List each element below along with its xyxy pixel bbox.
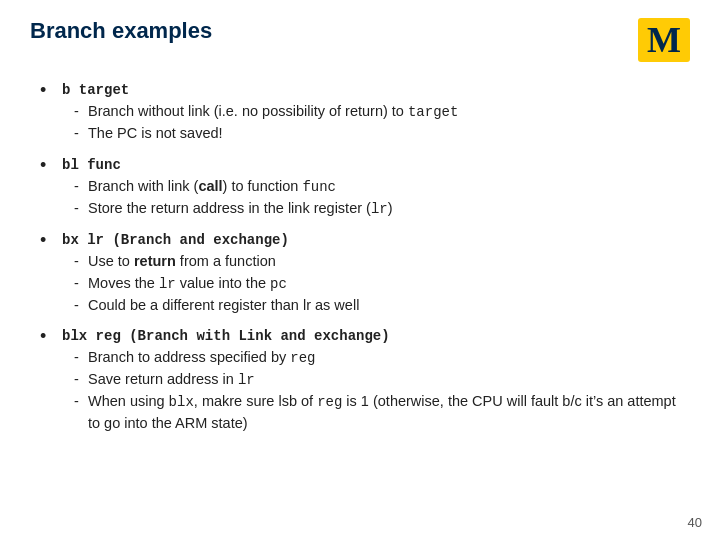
sub-bullet-list: Use to return from a functionMoves the l… bbox=[70, 251, 690, 317]
sub-bullet-item: The PC is not saved! bbox=[70, 123, 690, 145]
main-bullet-item: bx lr (Branch and exchange)Use to return… bbox=[40, 230, 690, 317]
sub-bullet-item: Store the return address in the link reg… bbox=[70, 198, 690, 220]
svg-text:M: M bbox=[647, 20, 681, 60]
main-bullet-item: bl funcBranch with link (call) to functi… bbox=[40, 155, 690, 220]
sub-bullet-item: Branch to address specified by reg bbox=[70, 347, 690, 369]
bullet-label: bl func bbox=[62, 157, 121, 173]
sub-bullet-item: When using blx, makre sure lsb of reg is… bbox=[70, 391, 690, 435]
sub-bullet-item: Could be a different register than lr as… bbox=[70, 295, 690, 317]
bullet-label: b target bbox=[62, 82, 129, 98]
page-number: 40 bbox=[688, 515, 702, 530]
slide-header: Branch examples M bbox=[30, 18, 690, 62]
sub-bullet-item: Branch with link (call) to function func bbox=[70, 176, 690, 198]
sub-bullet-list: Branch with link (call) to function func… bbox=[70, 176, 690, 220]
sub-bullet-list: Branch without link (i.e. no possibility… bbox=[70, 101, 690, 145]
sub-bullet-item: Branch without link (i.e. no possibility… bbox=[70, 101, 690, 123]
sub-bullet-item: Moves the lr value into the pc bbox=[70, 273, 690, 295]
slide-content: b targetBranch without link (i.e. no pos… bbox=[30, 80, 690, 435]
sub-bullet-item: Use to return from a function bbox=[70, 251, 690, 273]
slide-title: Branch examples bbox=[30, 18, 212, 44]
slide: Branch examples M b targetBranch without… bbox=[0, 0, 720, 540]
main-bullet-item: blx reg (Branch with Link and exchange)B… bbox=[40, 326, 690, 435]
main-bullet-list: b targetBranch without link (i.e. no pos… bbox=[40, 80, 690, 435]
university-logo: M bbox=[638, 18, 690, 62]
bullet-label: blx reg (Branch with Link and exchange) bbox=[62, 328, 390, 344]
sub-bullet-item: Save return address in lr bbox=[70, 369, 690, 391]
main-bullet-item: b targetBranch without link (i.e. no pos… bbox=[40, 80, 690, 145]
bullet-label: bx lr (Branch and exchange) bbox=[62, 232, 289, 248]
sub-bullet-list: Branch to address specified by regSave r… bbox=[70, 347, 690, 435]
